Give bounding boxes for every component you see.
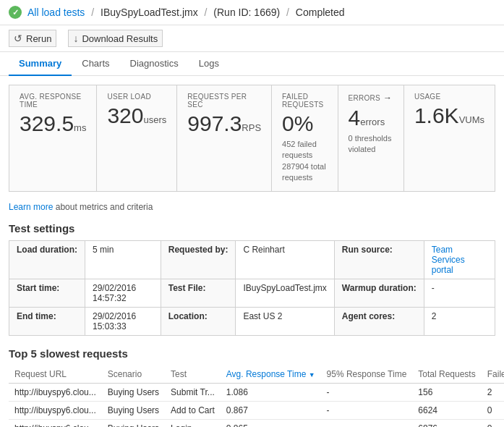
settings-agent-cores-value: 2 xyxy=(424,307,495,335)
settings-run-source-value[interactable]: Team Services portal xyxy=(424,240,495,279)
metric-rps-value: 997.3RPS xyxy=(187,113,261,135)
settings-end-time-value: 29/02/2016 15:03:33 xyxy=(85,307,161,335)
settings-row-3: End time: 29/02/2016 15:03:33 Location: … xyxy=(9,307,495,335)
breadcrumb-sep1: / xyxy=(91,7,94,18)
tabs-bar: Summary Charts Diagnostics Logs xyxy=(0,52,504,76)
settings-load-duration-label: Load duration: xyxy=(9,240,85,279)
breadcrumb-sep3: / xyxy=(286,7,289,18)
settings-start-time-label: Start time: xyxy=(9,279,85,307)
metric-usage: USAGE 1.6KVUMs xyxy=(404,85,495,191)
metric-user-load-value: 320users xyxy=(107,105,166,127)
table-row: http://ibuyspy6.clou... Buying Users Sub… xyxy=(9,383,504,401)
cell-test: Submit Tr... xyxy=(165,383,221,401)
rerun-icon: ↺ xyxy=(14,33,22,44)
settings-location-value: East US 2 xyxy=(236,307,334,335)
metric-user-load: USER LOAD 320users xyxy=(97,85,177,191)
breadcrumb-test-name: IBuySpyLoadTest.jmx xyxy=(101,7,198,18)
col-total-requests[interactable]: Total Requests xyxy=(412,365,481,384)
tab-diagnostics[interactable]: Diagnostics xyxy=(120,52,189,76)
settings-load-duration-value: 5 min xyxy=(85,240,161,279)
table-row: http://ibuyspy6.clou... Buying Users Log… xyxy=(9,419,504,427)
breadcrumb-run-info: (Run ID: 1669) xyxy=(213,7,280,18)
content-area: AVG. RESPONSE TIME 329.5ms USER LOAD 320… xyxy=(0,76,504,427)
settings-run-source-label: Run source: xyxy=(334,240,424,279)
cell-test: Add to Cart xyxy=(165,401,221,419)
settings-warmup-label: Warmup duration: xyxy=(334,279,424,307)
settings-test-file-label: Test File: xyxy=(161,279,236,307)
col-url[interactable]: Request URL xyxy=(9,365,102,384)
metrics-row: AVG. RESPONSE TIME 329.5ms USER LOAD 320… xyxy=(9,85,495,192)
settings-requested-by-value: C Reinhart xyxy=(236,240,334,279)
cell-scenario: Buying Users xyxy=(102,401,165,419)
sort-arrow-icon: ▼ xyxy=(309,371,315,379)
rerun-label: Rerun xyxy=(26,33,51,44)
toolbar: ↺ Rerun ↓ Download Results xyxy=(0,25,504,52)
cell-url: http://ibuyspy6.clou... xyxy=(9,383,102,401)
settings-test-file-value: IBuySpyLoadTest.jmx xyxy=(236,279,334,307)
settings-location-label: Location: xyxy=(161,307,236,335)
cell-p95-response: - xyxy=(321,401,413,419)
settings-start-time-value: 29/02/2016 14:57:32 xyxy=(85,279,161,307)
breadcrumb: All load tests / IBuySpyLoadTest.jmx / (… xyxy=(27,7,345,18)
metric-rps: REQUESTS PER SEC 997.3RPS xyxy=(177,85,272,191)
cell-url: http://ibuyspy6.clou... xyxy=(9,401,102,419)
cell-scenario: Buying Users xyxy=(102,383,165,401)
metric-failed: FAILED REQUESTS 0% 452 failed requests28… xyxy=(272,85,338,191)
slowest-requests-table: Request URL Scenario Test Avg. Response … xyxy=(9,365,504,427)
col-p95-response[interactable]: 95% Response Time xyxy=(321,365,413,384)
metric-avg-response-label: AVG. RESPONSE TIME xyxy=(20,93,86,109)
table-row: http://ibuyspy6.clou... Buying Users Add… xyxy=(9,401,504,419)
cell-failed-requests: 0 xyxy=(482,419,504,427)
col-avg-response[interactable]: Avg. Response Time ▼ xyxy=(221,365,321,384)
settings-agent-cores-label: Agent cores: xyxy=(334,307,424,335)
learn-more-rest: about metrics and criteria xyxy=(56,202,153,212)
cell-total-requests: 6876 xyxy=(412,419,481,427)
settings-row-2: Start time: 29/02/2016 14:57:32 Test Fil… xyxy=(9,279,495,307)
test-settings-title: Test settings xyxy=(9,222,495,234)
slowest-requests-title: Top 5 slowest requests xyxy=(9,347,495,360)
settings-warmup-value: - xyxy=(424,279,495,307)
metric-avg-response: AVG. RESPONSE TIME 329.5ms xyxy=(9,85,97,191)
learn-more-text: Learn more about metrics and criteria xyxy=(9,202,495,212)
status-icon xyxy=(9,6,22,19)
settings-end-time-label: End time: xyxy=(9,307,85,335)
cell-p95-response: - xyxy=(321,419,413,427)
cell-url: http://ibuyspy6.clou... xyxy=(9,419,102,427)
requests-header-row: Request URL Scenario Test Avg. Response … xyxy=(9,365,504,384)
cell-scenario: Buying Users xyxy=(102,419,165,427)
download-label: Download Results xyxy=(82,33,158,44)
metric-rps-label: REQUESTS PER SEC xyxy=(187,93,261,109)
metric-errors-label: ERRORS → xyxy=(349,93,393,103)
cell-avg-response: 1.086 xyxy=(221,383,321,401)
metric-failed-label: FAILED REQUESTS xyxy=(282,93,327,109)
tab-logs[interactable]: Logs xyxy=(189,52,229,76)
col-scenario[interactable]: Scenario xyxy=(102,365,165,384)
cell-failed-requests: 2 xyxy=(482,383,504,401)
learn-more-link[interactable]: Learn more xyxy=(9,202,53,212)
cell-total-requests: 6624 xyxy=(412,401,481,419)
breadcrumb-sep2: / xyxy=(205,7,208,18)
col-test[interactable]: Test xyxy=(165,365,221,384)
breadcrumb-status: Completed xyxy=(296,7,345,18)
rerun-button[interactable]: ↺ Rerun xyxy=(9,30,56,47)
metric-avg-response-value: 329.5ms xyxy=(20,113,86,135)
metric-failed-sub: 452 failed requests287904 total requests xyxy=(282,139,327,184)
metric-usage-value: 1.6KVUMs xyxy=(414,105,484,127)
cell-failed-requests: 0 xyxy=(482,401,504,419)
cell-avg-response: 0.865 xyxy=(221,419,321,427)
download-icon: ↓ xyxy=(73,33,78,44)
cell-p95-response: - xyxy=(321,383,413,401)
cell-total-requests: 156 xyxy=(412,383,481,401)
download-button[interactable]: ↓ Download Results xyxy=(68,30,163,47)
tab-charts[interactable]: Charts xyxy=(72,52,119,76)
settings-row-1: Load duration: 5 min Requested by: C Rei… xyxy=(9,240,495,279)
metric-errors-sub: 0 thresholds violated xyxy=(349,133,393,156)
breadcrumb-all-tests[interactable]: All load tests xyxy=(27,7,85,18)
metric-usage-label: USAGE xyxy=(414,93,484,101)
metric-errors-value: 4errors xyxy=(349,107,393,129)
tab-summary[interactable]: Summary xyxy=(9,52,72,76)
test-settings-table: Load duration: 5 min Requested by: C Rei… xyxy=(9,240,495,336)
col-failed-requests[interactable]: Failed Requests xyxy=(482,365,504,384)
cell-avg-response: 0.867 xyxy=(221,401,321,419)
page-header: All load tests / IBuySpyLoadTest.jmx / (… xyxy=(0,0,504,25)
